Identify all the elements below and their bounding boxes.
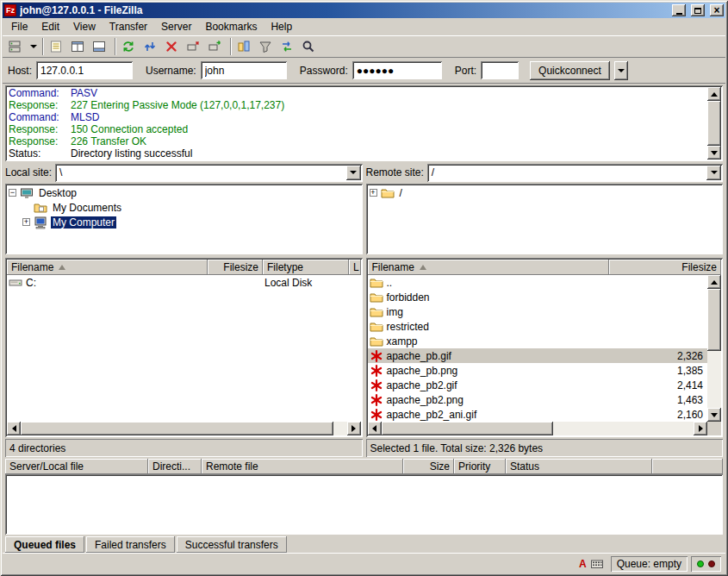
scroll-down-button[interactable] [707, 146, 721, 160]
local-column-header-l[interactable]: L [349, 260, 361, 275]
menu-item-file[interactable]: File [4, 19, 34, 34]
remote-site-row: Remote site: / [366, 163, 724, 182]
scroll-left-button[interactable] [7, 422, 21, 435]
transfer-queue-body[interactable] [5, 474, 723, 535]
remote-file-row-apache-pb2-png[interactable]: apache_pb2.png1,463 [368, 392, 708, 407]
tree-expander[interactable]: + [370, 189, 377, 197]
tree-expander[interactable]: + [22, 218, 30, 226]
directory-comparison-button[interactable] [235, 37, 256, 56]
minimize-button[interactable] [672, 4, 686, 16]
queue-column-header-priority[interactable]: Priority [454, 459, 506, 474]
site-manager-dropdown-button[interactable] [28, 37, 39, 56]
local-tree-item-my-computer[interactable]: +My Computer [7, 215, 361, 229]
scroll-down-button[interactable] [707, 408, 721, 422]
scrollbar-thumb[interactable] [21, 422, 333, 435]
process-queue-icon [143, 40, 157, 53]
column-header-label: Filesize [223, 261, 258, 273]
remote-tree-item-[interactable]: +/ [368, 185, 722, 200]
remote-file-row-img[interactable]: img [368, 304, 708, 319]
toggle-queue-view-button[interactable] [90, 37, 111, 56]
remote-column-header-filesize[interactable]: Filesize [609, 260, 722, 275]
scrollbar-thumb[interactable] [707, 101, 721, 146]
tab-queued-files[interactable]: Queued files [5, 536, 84, 553]
queue-column-header-directi[interactable]: Directi... [148, 459, 202, 474]
menu-item-help[interactable]: Help [264, 19, 299, 34]
remote-file-row-apache-pb-gif[interactable]: apache_pb.gif2,326 [368, 348, 708, 363]
local-site-dropdown-button[interactable] [346, 166, 361, 180]
remote-site-combobox[interactable]: / [427, 164, 723, 182]
local-horizontal-scrollbar[interactable] [7, 422, 361, 435]
title-bar[interactable]: Fz john@127.0.0.1 - FileZilla × [3, 3, 725, 18]
message-log-scrollbar[interactable] [707, 87, 721, 160]
password-input[interactable] [352, 61, 442, 79]
process-queue-button[interactable] [141, 37, 162, 56]
port-input[interactable] [481, 61, 519, 79]
scrollbar-track[interactable] [382, 422, 694, 435]
remote-vertical-scrollbar[interactable] [707, 275, 721, 422]
local-column-header-filename[interactable]: Filename [7, 260, 208, 275]
column-header-label: Remote file [206, 460, 258, 473]
queue-column-header-size[interactable]: Size [403, 459, 454, 474]
file-size-cell [609, 304, 708, 319]
remote-column-header-filename[interactable]: Filename [368, 260, 609, 275]
folder-icon [370, 320, 383, 334]
local-tree-item-desktop[interactable]: −Desktop [7, 185, 361, 200]
quickconnect-button[interactable]: Quickconnect [530, 61, 610, 80]
tree-expander[interactable]: − [9, 189, 16, 197]
toggle-message-log-button[interactable] [47, 37, 68, 56]
host-input[interactable] [36, 61, 133, 79]
scrollbar-thumb[interactable] [382, 422, 553, 435]
maximize-button[interactable] [691, 4, 705, 16]
local-tree-item-my-documents[interactable]: My Documents [7, 200, 361, 215]
remote-file-row-[interactable]: .. [368, 275, 708, 290]
scroll-right-button[interactable] [694, 422, 707, 435]
tree-item-label: My Documents [51, 202, 123, 214]
close-button[interactable]: × [710, 4, 724, 16]
remote-site-dropdown-button[interactable] [706, 166, 721, 180]
queue-column-header-server-local-file[interactable]: Server/Local file [5, 459, 148, 474]
refresh-button[interactable] [120, 37, 140, 56]
remote-file-row-apache-pb2-ani-gif[interactable]: apache_pb2_ani.gif2,160 [368, 407, 708, 422]
toggle-tree-views-button[interactable] [69, 37, 90, 56]
tab-successful-transfers[interactable]: Successful transfers [177, 536, 287, 553]
remote-file-row-forbidden[interactable]: forbidden [368, 290, 708, 304]
local-column-header-filesize[interactable]: Filesize [208, 260, 263, 275]
local-site-combobox[interactable]: \ [55, 164, 362, 182]
username-input[interactable] [201, 61, 287, 79]
remote-horizontal-scrollbar[interactable] [368, 422, 708, 435]
folder-icon [370, 305, 383, 319]
menu-item-view[interactable]: View [66, 19, 103, 34]
find-files-button[interactable] [300, 37, 320, 56]
local-file-row-c[interactable]: C:Local Disk [7, 275, 361, 290]
remote-file-row-apache-pb-png[interactable]: apache_pb.png1,385 [368, 363, 708, 378]
reconnect-button[interactable] [206, 37, 227, 56]
filter-button[interactable] [257, 37, 277, 56]
site-manager-button[interactable] [6, 37, 27, 56]
queue-column-header-status[interactable]: Status [506, 459, 652, 474]
menu-item-edit[interactable]: Edit [34, 19, 66, 34]
disconnect-button[interactable] [184, 37, 205, 56]
remote-file-row-apache-pb2-gif[interactable]: apache_pb2.gif2,414 [368, 378, 708, 392]
scrollbar-track[interactable] [707, 289, 721, 408]
scroll-left-button[interactable] [368, 422, 382, 435]
menu-item-bookmarks[interactable]: Bookmarks [198, 19, 264, 34]
synchronized-browsing-button[interactable] [278, 37, 299, 56]
file-size-cell [609, 319, 708, 334]
remote-file-row-restricted[interactable]: restricted [368, 319, 708, 334]
scroll-up-button[interactable] [707, 275, 721, 289]
remote-file-row-xampp[interactable]: xampp [368, 334, 708, 348]
remote-site-value: / [429, 166, 706, 178]
scrollbar-thumb[interactable] [707, 289, 721, 351]
menu-item-transfer[interactable]: Transfer [103, 19, 154, 34]
local-column-header-filetype[interactable]: Filetype [263, 260, 349, 275]
queue-column-header-remote-file[interactable]: Remote file [202, 459, 403, 474]
tab-failed-transfers[interactable]: Failed transfers [86, 536, 175, 553]
menu-item-server[interactable]: Server [154, 19, 198, 34]
scrollbar-track[interactable] [707, 101, 721, 146]
scrollbar-track[interactable] [21, 422, 347, 435]
cancel-button[interactable] [163, 37, 184, 56]
minimize-icon [676, 13, 682, 15]
quickconnect-dropdown-button[interactable] [614, 61, 628, 80]
scroll-up-button[interactable] [707, 87, 721, 101]
scroll-right-button[interactable] [347, 422, 361, 435]
